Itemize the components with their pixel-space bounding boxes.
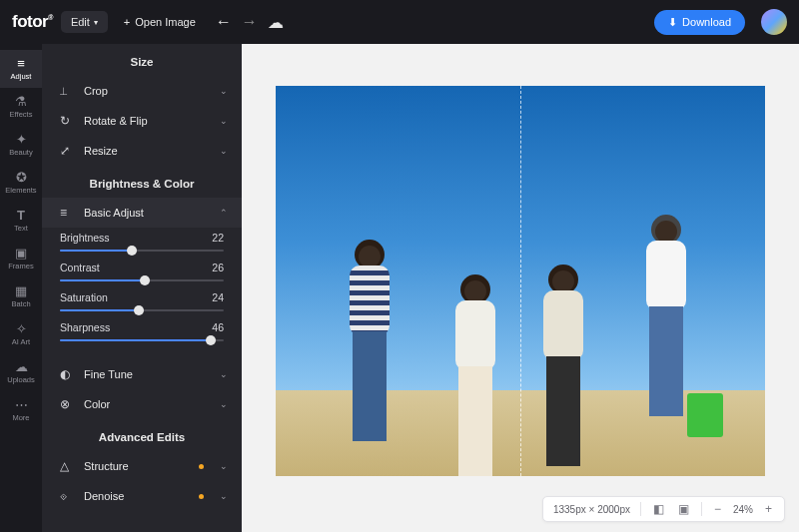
download-icon: ⬇ xyxy=(668,16,677,29)
plus-icon: + xyxy=(124,16,130,28)
chevron-down-icon: ⌄ xyxy=(220,369,228,379)
rail-item-ai-art[interactable]: ✧AI Art xyxy=(0,315,42,353)
app-logo[interactable]: fotor® xyxy=(12,12,53,32)
adjust-panel: Size ⟂Crop⌄ ↻Rotate & Flip⌄ ⤢Resize⌄ Bri… xyxy=(42,44,242,532)
compare-icon[interactable]: ◧ xyxy=(651,502,666,516)
rail-item-beauty[interactable]: ✦Beauty xyxy=(0,126,42,164)
section-title-advanced: Advanced Edits xyxy=(42,419,242,451)
row-fine-tune[interactable]: ◐Fine Tune⌄ xyxy=(42,359,242,389)
chevron-down-icon: ⌄ xyxy=(220,399,228,409)
star-icon: ✪ xyxy=(16,171,27,184)
slider-saturation: Saturation24 xyxy=(60,291,224,311)
slider-brightness: Brightness22 xyxy=(60,232,224,252)
green-bag xyxy=(687,393,723,437)
frame-icon: ▣ xyxy=(15,247,27,260)
crop-icon: ⟂ xyxy=(60,84,74,98)
rail-item-frames[interactable]: ▣Frames xyxy=(0,240,42,277)
brightness-track[interactable] xyxy=(60,250,224,252)
chevron-down-icon: ⌄ xyxy=(220,146,228,156)
sliders-icon: ≡ xyxy=(17,57,25,70)
sharpness-track[interactable] xyxy=(60,339,224,341)
structure-icon: △ xyxy=(60,459,74,473)
premium-dot-icon xyxy=(199,494,204,499)
zoom-out-button[interactable]: − xyxy=(712,502,723,516)
flask-icon: ⚗ xyxy=(15,95,27,108)
row-color[interactable]: ⊗Color⌄ xyxy=(42,389,242,419)
contrast-thumb[interactable] xyxy=(140,275,150,285)
back-icon[interactable]: ← xyxy=(212,9,230,35)
text-icon: T xyxy=(17,209,25,222)
edited-photo xyxy=(276,86,765,476)
chevron-up-icon: ⌃ xyxy=(220,208,228,218)
sparkle-icon: ✦ xyxy=(16,133,27,146)
rail-item-adjust[interactable]: ≡Adjust xyxy=(0,50,42,88)
cloud-icon[interactable]: ☁ xyxy=(264,9,282,36)
fit-screen-icon[interactable]: ▣ xyxy=(676,502,691,516)
color-icon: ⊗ xyxy=(60,397,74,411)
canvas-area: 1335px × 2000px ◧ ▣ − 24% + xyxy=(242,44,799,532)
resize-icon: ⤢ xyxy=(60,144,74,158)
adjust-icon: ≡ xyxy=(60,206,74,220)
premium-dot-icon xyxy=(199,464,204,469)
slider-sharpness: Sharpness46 xyxy=(60,321,224,341)
rail-item-elements[interactable]: ✪Elements xyxy=(0,164,42,202)
left-rail: ≡Adjust ⚗Effects ✦Beauty ✪Elements TText… xyxy=(0,44,42,532)
saturation-track[interactable] xyxy=(60,309,224,311)
edit-label: Edit xyxy=(71,16,90,28)
rail-item-batch[interactable]: ▦Batch xyxy=(0,277,42,315)
row-basic-adjust[interactable]: ≡Basic Adjust⌃ xyxy=(42,198,242,228)
download-button[interactable]: ⬇ Download xyxy=(654,10,745,35)
edit-menu-button[interactable]: Edit ▾ xyxy=(61,11,108,33)
denoise-icon: ⟐ xyxy=(60,489,74,503)
row-denoise[interactable]: ⟐Denoise⌄ xyxy=(42,481,242,511)
chevron-down-icon: ⌄ xyxy=(220,461,228,471)
contrast-track[interactable] xyxy=(60,279,224,281)
tune-icon: ◐ xyxy=(60,367,74,381)
zoom-in-button[interactable]: + xyxy=(763,502,774,516)
rail-item-text[interactable]: TText xyxy=(0,202,42,240)
grid-icon: ▦ xyxy=(15,284,27,297)
section-title-brightness: Brightness & Color xyxy=(42,166,242,198)
upload-icon: ☁ xyxy=(15,360,28,373)
rotate-icon: ↻ xyxy=(60,114,74,128)
chevron-down-icon: ⌄ xyxy=(220,116,228,126)
more-icon: ⋯ xyxy=(15,398,28,411)
row-structure[interactable]: △Structure⌄ xyxy=(42,451,242,481)
saturation-thumb[interactable] xyxy=(134,305,144,315)
forward-icon[interactable]: → xyxy=(238,9,256,35)
sharpness-value: 46 xyxy=(212,321,224,333)
chevron-down-icon: ⌄ xyxy=(220,86,228,96)
saturation-value: 24 xyxy=(212,291,224,303)
open-image-button[interactable]: + Open Image xyxy=(116,12,204,32)
brightness-thumb[interactable] xyxy=(127,246,137,256)
row-rotate-flip[interactable]: ↻Rotate & Flip⌄ xyxy=(42,106,242,136)
section-title-size: Size xyxy=(42,44,242,76)
rail-item-effects[interactable]: ⚗Effects xyxy=(0,88,42,126)
top-bar: fotor® Edit ▾ + Open Image ← → ☁ ⬇ Downl… xyxy=(0,0,799,44)
status-bar: 1335px × 2000px ◧ ▣ − 24% + xyxy=(542,496,785,522)
image-canvas[interactable] xyxy=(276,86,765,476)
chevron-down-icon: ⌄ xyxy=(220,491,228,501)
image-dimensions: 1335px × 2000px xyxy=(553,504,630,515)
rail-item-uploads[interactable]: ☁Uploads xyxy=(0,353,42,391)
ai-icon: ✧ xyxy=(16,322,27,335)
avatar[interactable] xyxy=(761,9,787,35)
compare-divider[interactable] xyxy=(520,86,521,476)
contrast-value: 26 xyxy=(212,262,224,273)
row-crop[interactable]: ⟂Crop⌄ xyxy=(42,76,242,106)
brightness-value: 22 xyxy=(212,232,224,244)
chevron-down-icon: ▾ xyxy=(94,18,98,27)
row-resize[interactable]: ⤢Resize⌄ xyxy=(42,136,242,166)
sharpness-thumb[interactable] xyxy=(206,335,216,345)
open-image-label: Open Image xyxy=(135,16,196,28)
rail-item-more[interactable]: ⋯More xyxy=(0,391,42,429)
slider-contrast: Contrast26 xyxy=(60,262,224,281)
basic-adjust-sliders: Brightness22 Contrast26 Saturation24 Sha… xyxy=(42,228,242,359)
zoom-level: 24% xyxy=(733,504,753,515)
download-label: Download xyxy=(682,16,731,28)
trademark-icon: ® xyxy=(48,14,53,21)
app-name: fotor xyxy=(12,12,48,31)
